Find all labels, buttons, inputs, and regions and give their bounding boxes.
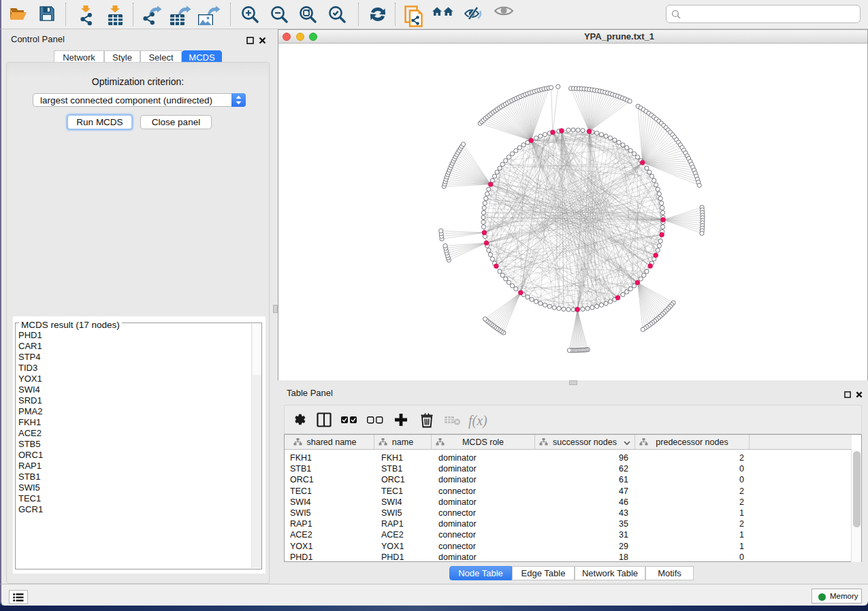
svg-text:f(x): f(x) bbox=[468, 413, 487, 429]
